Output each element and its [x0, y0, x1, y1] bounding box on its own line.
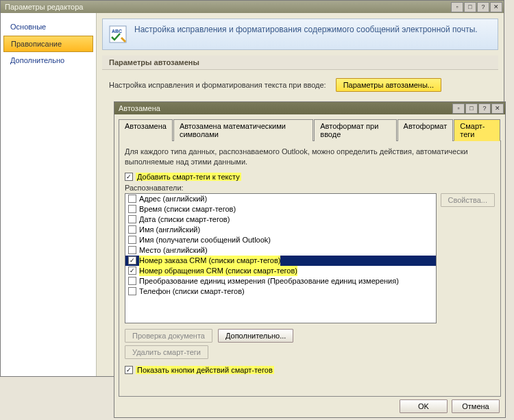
dialog-title: Автозамена	[116, 104, 452, 112]
recognizer-label: Имя (получатели сообщений Outlook)	[139, 235, 271, 245]
restore-button[interactable]: ▫	[451, 2, 463, 12]
autocorrect-params-row: Настройка исправления и форматирования т…	[102, 70, 498, 100]
listbox-side-buttons: Свойства...	[441, 193, 495, 323]
document-check-row: Проверка документа Дополнительно...	[125, 329, 495, 343]
recognizer-checkbox[interactable]	[128, 277, 136, 285]
recognizer-checkbox[interactable]: ✓	[128, 267, 136, 275]
autocorrect-section-header: Параметры автозамены	[102, 55, 498, 70]
recognizer-checkbox[interactable]	[128, 205, 136, 213]
recognizer-item[interactable]: Имя (получатели сообщений Outlook)	[125, 235, 436, 245]
dialog-close-button[interactable]: ✕	[491, 103, 504, 114]
recognizer-checkbox[interactable]	[128, 195, 136, 203]
cancel-button[interactable]: Отмена	[452, 399, 500, 413]
show-actions-row: ✓ Показать кнопки действий смарт-тегов	[125, 366, 495, 374]
more-options-button[interactable]: Дополнительно...	[218, 329, 293, 343]
sidebar-item-spelling[interactable]: Правописание	[3, 36, 93, 52]
show-actions-checkbox[interactable]: ✓	[125, 366, 133, 374]
recognizer-checkbox[interactable]	[128, 287, 136, 295]
autocorrect-titlebar: Автозамена ▫ □ ? ✕	[114, 102, 505, 114]
sidebar: Основные Правописание Дополнительно	[1, 13, 97, 376]
window-controls: ▫ □ ? ✕	[450, 2, 502, 12]
recognizer-item[interactable]: Время (списки смарт-тегов)	[125, 204, 436, 214]
tab-autocorrect[interactable]: Автозамена	[119, 119, 173, 141]
recognizer-label: Адрес (английский)	[139, 194, 207, 204]
add-smart-tags-row: ✓ Добавить смарт-теги к тексту	[125, 173, 495, 181]
close-button[interactable]: ✕	[490, 2, 502, 12]
dialog-window-controls: ▫ □ ? ✕	[452, 103, 504, 114]
svg-text:ABC: ABC	[112, 29, 122, 34]
recognizers-label: Распознаватели:	[125, 184, 495, 192]
window-title: Параметры редактора	[2, 3, 450, 11]
recognizer-item[interactable]: Телефон (списки смарт-тегов)	[125, 286, 436, 297]
sidebar-item-general[interactable]: Основные	[1, 18, 96, 36]
recognizer-item[interactable]: Преобразование единиц измерения (Преобра…	[125, 276, 436, 286]
check-document-button: Проверка документа	[125, 329, 212, 343]
properties-button: Свойства...	[441, 193, 495, 207]
autocorrect-options-button[interactable]: Параметры автозамены...	[336, 78, 441, 92]
autocorrect-dialog: Автозамена ▫ □ ? ✕ Автозамена Автозамена…	[114, 101, 506, 418]
recognizer-checkbox[interactable]	[128, 225, 136, 234]
recognizer-label: Время (списки смарт-тегов)	[139, 204, 236, 214]
tab-autoformat[interactable]: Автоформат	[397, 119, 454, 141]
recognizer-item[interactable]: Имя (английский)	[125, 225, 436, 235]
recognizer-item[interactable]: Дата (списки смарт-тегов)	[125, 214, 436, 225]
dialog-footer: OK Отмена	[119, 397, 501, 413]
recognizer-label: Место (английский)	[139, 245, 208, 256]
maximize-button[interactable]: □	[464, 2, 476, 12]
smart-tags-panel: Для каждого типа данных, распознаваемого…	[119, 141, 501, 397]
delete-tags-row: Удалить смарт-теги	[125, 345, 495, 359]
tab-smart-tags[interactable]: Смарт-теги	[454, 119, 500, 141]
tab-math-autocorrect[interactable]: Автозамена математическими символами	[173, 119, 313, 141]
banner: ABC Настройка исправления и форматирован…	[102, 18, 498, 50]
smart-tags-description: Для каждого типа данных, распознаваемого…	[125, 147, 495, 167]
dialog-body: Автозамена Автозамена математическими си…	[114, 114, 505, 417]
add-smart-tags-label: Добавить смарт-теги к тексту	[136, 173, 241, 181]
dialog-restore-button[interactable]: ▫	[452, 103, 465, 114]
recognizer-item[interactable]: Адрес (английский)	[125, 194, 436, 204]
add-smart-tags-checkbox[interactable]: ✓	[125, 173, 133, 181]
recognizer-label: Номер обращения CRM (списки смарт-тегов)	[139, 266, 297, 276]
editor-options-titlebar: Параметры редактора ▫ □ ? ✕	[1, 1, 504, 13]
recognizer-item[interactable]: ✓Номер заказа CRM (списки смарт-тегов)	[125, 256, 436, 266]
abc-check-icon: ABC	[108, 25, 127, 44]
tab-strip: Автозамена Автозамена математическими си…	[119, 119, 501, 141]
show-actions-label: Показать кнопки действий смарт-тегов	[136, 366, 274, 374]
recognizer-checkbox[interactable]	[128, 236, 136, 244]
recognizer-label: Дата (списки смарт-тегов)	[139, 214, 230, 225]
recognizers-row: Адрес (английский)Время (списки смарт-те…	[125, 193, 495, 323]
recognizer-checkbox[interactable]: ✓	[128, 256, 136, 264]
recognizer-label: Телефон (списки смарт-тегов)	[139, 286, 245, 297]
recognizer-label: Преобразование единиц измерения (Преобра…	[139, 276, 399, 286]
recognizer-label: Номер заказа CRM (списки смарт-тегов)	[139, 256, 280, 266]
help-button[interactable]: ?	[477, 2, 489, 12]
ok-button[interactable]: OK	[400, 399, 448, 413]
recognizer-checkbox[interactable]	[128, 246, 136, 254]
delete-smart-tags-button: Удалить смарт-теги	[125, 345, 208, 359]
recognizers-listbox[interactable]: Адрес (английский)Время (списки смарт-те…	[125, 193, 437, 323]
autocorrect-params-label: Настройка исправления и форматирования т…	[109, 81, 326, 89]
recognizer-checkbox[interactable]	[128, 215, 136, 223]
dialog-help-button[interactable]: ?	[478, 103, 491, 114]
recognizer-item[interactable]: ✓Номер обращения CRM (списки смарт-тегов…	[125, 266, 436, 276]
banner-text: Настройка исправления и форматирования с…	[134, 25, 478, 44]
sidebar-item-advanced[interactable]: Дополнительно	[1, 52, 96, 69]
recognizer-label: Имя (английский)	[139, 225, 200, 235]
tab-autoformat-typing[interactable]: Автоформат при вводе	[314, 119, 396, 141]
recognizer-item[interactable]: Место (английский)	[125, 245, 436, 256]
dialog-maximize-button[interactable]: □	[465, 103, 478, 114]
